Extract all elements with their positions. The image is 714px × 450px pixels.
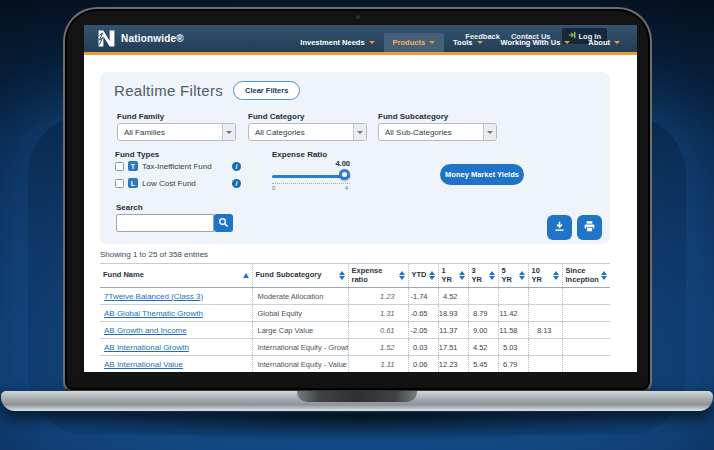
column-header-10yr[interactable]: 10 YR [528,264,562,288]
column-header-expense-ratio[interactable]: Expense ratio [348,264,408,288]
download-button[interactable] [547,215,572,240]
sort-icon [429,271,435,280]
since-inception-cell [562,322,610,339]
fund-link[interactable]: AB Global Thematic Growth [104,309,203,318]
results-summary: Showing 1 to 25 of 358 entries [100,250,208,259]
chevron-down-icon [564,41,570,44]
table-row: AB International Value International Equ… [100,356,610,373]
yr5-cell: 5.03 [498,339,528,356]
since-inception-cell [562,356,610,373]
nav-working-with-us[interactable]: Working With Us [492,33,580,52]
column-header-fund-name[interactable]: Fund Name [100,264,252,288]
sort-icon [519,271,525,280]
main-nav: Investment Needs Products Tools Working … [291,33,629,52]
fund-family-select[interactable]: All Families [117,123,236,141]
subcategory-cell: Global Equity [252,305,348,322]
expense-ratio-value: 4.00 [335,159,350,168]
nav-products[interactable]: Products [384,33,445,52]
ytd-cell: 0.06 [408,356,438,373]
funds-table: Fund Name Fund Subcategory Expense ratio… [100,263,610,372]
column-header-1yr[interactable]: 1 YR [438,264,468,288]
site-header: Nationwide® Feedback Contact Us Log In [84,25,637,55]
column-header-ytd[interactable]: YTD [408,264,438,288]
sort-icon [489,271,495,280]
fund-types-label: Fund Types [115,150,159,159]
chevron-down-icon [477,41,483,44]
fund-type-option: L Low Cost Fund i [115,178,243,188]
page-background: Nationwide® Feedback Contact Us Log In [0,0,714,450]
yr10-cell [528,288,562,305]
expense-cell: 1.52 [348,339,408,356]
expense-cell: 1.23 [348,288,408,305]
yr3-cell: 8.79 [468,305,498,322]
fund-subcategory-label: Fund Subcategory [378,112,448,121]
fund-link[interactable]: 7Twelve Balanced (Class 3) [104,292,203,301]
ytd-cell: 0.03 [408,339,438,356]
column-header-fund-subcategory[interactable]: Fund Subcategory [252,264,348,288]
fund-link[interactable]: AB International Growth [104,343,189,352]
expense-cell: 0.61 [348,322,408,339]
low-cost-checkbox[interactable] [115,179,124,188]
low-cost-badge-icon: L [128,178,138,188]
search-label: Search [116,203,143,212]
yr5-cell [498,288,528,305]
yr5-cell: 11.58 [498,322,528,339]
info-icon[interactable]: i [232,179,241,188]
fund-link[interactable]: AB International Value [104,360,183,369]
expense-ratio-slider-handle[interactable] [339,169,350,180]
nav-tools[interactable]: Tools [444,33,491,52]
yr10-cell [528,356,562,373]
search-icon [218,216,229,231]
since-inception-cell [562,288,610,305]
webcam-dot [356,15,360,19]
fund-link[interactable]: AB Growth and Income [104,326,187,335]
yr10-cell [528,339,562,356]
fund-category-label: Fund Category [248,112,304,121]
nationwide-logo[interactable]: Nationwide® [97,29,184,48]
nav-about[interactable]: About [579,33,629,52]
expense-cell: 1.11 [348,356,408,373]
fund-family-label: Fund Family [117,112,164,121]
yr1-cell: 4.52 [438,288,468,305]
column-header-since-inception[interactable]: Since Inception [562,264,610,288]
sort-icon [459,271,465,280]
print-button[interactable] [577,215,602,240]
subcategory-cell: International Equity - Growth [252,339,348,356]
sort-icon [339,271,345,280]
info-icon[interactable]: i [232,162,241,171]
column-header-3yr[interactable]: 3 YR [468,264,498,288]
tax-inefficient-checkbox[interactable] [115,162,124,171]
money-market-yields-button[interactable]: Money Market Yields [440,164,524,185]
expense-ratio-label: Expense Ratio [272,150,327,159]
subcategory-cell: International Equity - Value [252,356,348,373]
fund-type-option: T Tax-Inefficient Fund i [115,161,243,171]
ytd-cell: -2.05 [408,322,438,339]
printer-icon [583,220,596,236]
column-header-5yr[interactable]: 5 YR [498,264,528,288]
search-input[interactable] [116,214,214,232]
yr3-cell: 4.52 [468,339,498,356]
sort-icon [399,271,405,280]
since-inception-cell [562,339,610,356]
page-title: Realtime Filters [114,82,223,99]
fund-subcategory-select[interactable]: All Sub-Categories [378,123,497,141]
yr5-cell: 6.79 [498,356,528,373]
yr10-cell [528,305,562,322]
brand-name: Nationwide® [121,33,184,44]
since-inception-cell [562,305,610,322]
clear-filters-button[interactable]: Clear Filters [233,81,300,100]
nav-investment-needs[interactable]: Investment Needs [291,33,383,52]
laptop-base-notch [297,391,417,402]
laptop-shadow [40,413,674,443]
subcategory-cell: Large Cap Value [252,322,348,339]
expense-cell: 1.31 [348,305,408,322]
search-button[interactable] [214,214,233,232]
nationwide-eagle-icon [97,29,116,48]
ytd-cell: -0.65 [408,305,438,322]
fund-category-select[interactable]: All Categories [248,123,367,141]
laptop-lid: Nationwide® Feedback Contact Us Log In [63,7,652,392]
select-chevron-icon [353,124,366,140]
select-chevron-icon [222,124,235,140]
yr3-cell: 9.00 [468,322,498,339]
yr1-cell: 11.37 [438,322,468,339]
